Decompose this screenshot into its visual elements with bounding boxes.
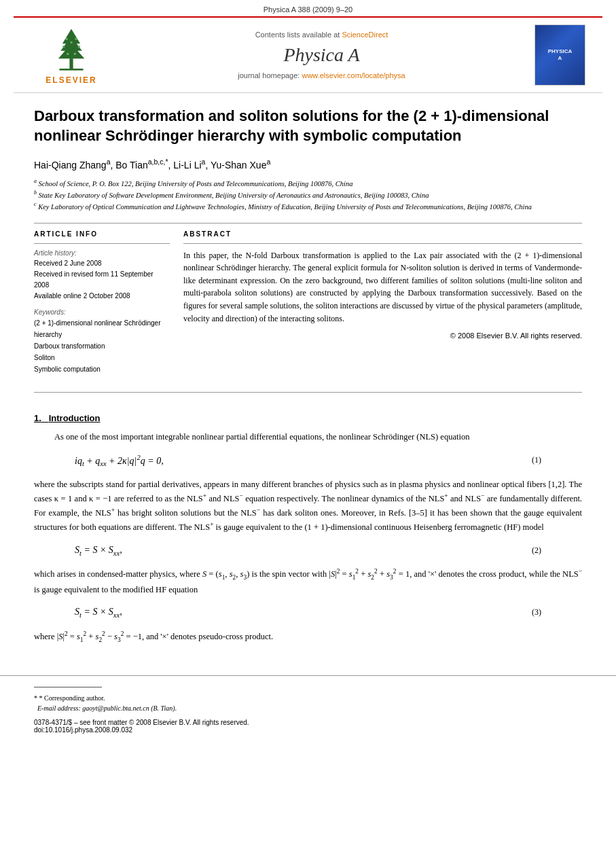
svg-point-7 bbox=[62, 45, 65, 48]
revised-date: Received in revised form 11 September 20… bbox=[34, 269, 170, 291]
svg-rect-1 bbox=[60, 69, 84, 71]
copyright-line: © 2008 Elsevier B.V. All rights reserved… bbox=[183, 332, 582, 340]
journal-logo-left: ELSEVIER bbox=[27, 26, 115, 85]
equation-1: iqt + qxx + 2κ|q|2q = 0, (1) bbox=[75, 454, 541, 467]
keywords-list: (2 + 1)-dimensional nonlinear Schrödinge… bbox=[34, 317, 170, 375]
homepage-prefix: journal homepage: bbox=[238, 71, 300, 79]
section-number: 1. bbox=[34, 413, 41, 423]
article-title: Darboux transformation and soliton solut… bbox=[34, 107, 582, 145]
article-dates: Received 2 June 2008 Received in revised… bbox=[34, 258, 170, 302]
info-abstract-section: ARTICLE INFO Article history: Received 2… bbox=[34, 230, 582, 375]
equation-3: St = S × Sxx, (3) bbox=[75, 607, 541, 619]
affiliation-c: c Key Laboratory of Optical Communicatio… bbox=[34, 200, 582, 212]
homepage-link[interactable]: www.elsevier.com/locate/physa bbox=[302, 71, 405, 79]
article-info-header: ARTICLE INFO bbox=[34, 230, 170, 238]
cover-text: PHYSICAA bbox=[548, 48, 573, 61]
where-text: where bbox=[34, 632, 55, 641]
sciencedirect-prefix: Contents lists available at bbox=[255, 31, 340, 39]
svg-point-9 bbox=[70, 41, 73, 43]
sciencedirect-link[interactable]: ScienceDirect bbox=[342, 31, 388, 39]
journal-homepage: journal homepage: www.elsevier.com/locat… bbox=[115, 71, 528, 79]
page-container: Physica A 388 (2009) 9–20 bbox=[0, 0, 616, 841]
svg-rect-0 bbox=[69, 58, 73, 69]
keyword-3: Soliton bbox=[34, 352, 170, 363]
body-divider bbox=[34, 392, 582, 393]
keyword-2: Darboux transformation bbox=[34, 340, 170, 352]
doi-text: doi:10.1016/j.physa.2008.09.032 bbox=[34, 726, 582, 734]
svg-point-6 bbox=[75, 37, 77, 40]
sciencedirect-line: Contents lists available at ScienceDirec… bbox=[115, 31, 528, 39]
email-note: E-mail address: gaoyt@public.bta.net.cn … bbox=[34, 703, 582, 713]
corresponding-author-note: * * Corresponding author. bbox=[34, 693, 582, 703]
abstract-divider bbox=[183, 243, 582, 244]
footer: * * Corresponding author. E-mail address… bbox=[0, 675, 616, 739]
intro-para-4: where |S|2 = s12 + s22 − s32 = −1, and '… bbox=[34, 629, 582, 645]
available-date: Available online 2 October 2008 bbox=[34, 291, 170, 302]
keyword-1: (2 + 1)-dimensional nonlinear Schrödinge… bbox=[34, 317, 170, 340]
svg-point-11 bbox=[74, 52, 77, 55]
title-text: Darboux transformation and soliton solut… bbox=[34, 107, 549, 144]
elsevier-logo: ELSEVIER bbox=[27, 26, 115, 85]
eq2-math: St = S × Sxx, bbox=[75, 545, 122, 557]
svg-point-8 bbox=[78, 45, 81, 48]
history-label: Article history: bbox=[34, 249, 170, 257]
svg-point-10 bbox=[67, 52, 69, 55]
journal-title: Physica A bbox=[115, 44, 528, 66]
eq2-number: (2) bbox=[532, 545, 541, 556]
citation-bar: Physica A 388 (2009) 9–20 bbox=[0, 0, 616, 16]
body-content: 1. Introduction As one of the most impor… bbox=[0, 396, 616, 666]
intro-para-3: which arises in condensed-matter physics… bbox=[34, 567, 582, 596]
journal-center: Contents lists available at ScienceDirec… bbox=[115, 31, 528, 79]
abstract-header: ABSTRACT bbox=[183, 230, 582, 238]
svg-point-5 bbox=[65, 37, 68, 40]
eq1-math: iqt + qxx + 2κ|q|2q = 0, bbox=[75, 454, 164, 467]
issn-text: 0378-4371/$ – see front matter © 2008 El… bbox=[34, 719, 582, 726]
affiliation-a: a School of Science, P. O. Box 122, Beij… bbox=[34, 177, 582, 189]
intro-para-1: As one of the most important integrable … bbox=[34, 430, 582, 444]
journal-header: ELSEVIER Contents lists available at Sci… bbox=[14, 16, 602, 93]
journal-cover-image: PHYSICAA bbox=[535, 24, 585, 86]
article-info-col: ARTICLE INFO Article history: Received 2… bbox=[34, 230, 170, 375]
abstract-text: In this paper, the N-fold Darboux transf… bbox=[183, 249, 582, 325]
svg-marker-4 bbox=[58, 43, 85, 58]
eq3-math: St = S × Sxx, bbox=[75, 607, 122, 619]
intro-para-2: where the subscripts stand for partial d… bbox=[34, 478, 582, 534]
intro-section-title: 1. Introduction bbox=[34, 413, 582, 423]
received-date: Received 2 June 2008 bbox=[34, 258, 170, 269]
footer-rule bbox=[34, 687, 102, 687]
eq3-number: (3) bbox=[532, 607, 541, 618]
keyword-4: Symbolic computation bbox=[34, 363, 170, 375]
eq1-number: (1) bbox=[532, 455, 541, 465]
equation-2: St = S × Sxx, (2) bbox=[75, 545, 541, 557]
article-content: Darboux transformation and soliton solut… bbox=[0, 93, 616, 389]
affiliation-b: b State Key Laboratory of Software Devel… bbox=[34, 189, 582, 200]
citation-text: Physica A 388 (2009) 9–20 bbox=[264, 5, 352, 14]
authors-line: Hai-Qiang Zhanga, Bo Tiana,b,c,*, Li-Li … bbox=[34, 158, 582, 171]
section-name: Introduction bbox=[49, 413, 101, 423]
abstract-col: ABSTRACT In this paper, the N-fold Darbo… bbox=[183, 230, 582, 375]
journal-cover-right: PHYSICAA bbox=[535, 24, 589, 86]
affiliations: a School of Science, P. O. Box 122, Beij… bbox=[34, 177, 582, 213]
elsevier-label: ELSEVIER bbox=[46, 75, 96, 85]
elsevier-tree-icon bbox=[41, 26, 102, 73]
keywords-section: Keywords: (2 + 1)-dimensional nonlinear … bbox=[34, 308, 170, 375]
section-divider bbox=[34, 223, 582, 223]
keywords-label: Keywords: bbox=[34, 308, 170, 316]
info-divider bbox=[34, 243, 170, 244]
